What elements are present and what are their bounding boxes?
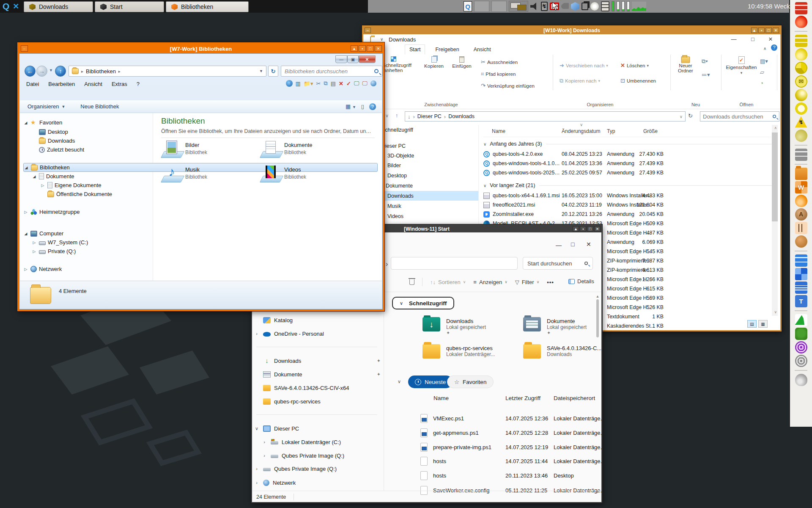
menu-extras[interactable]: Extras bbox=[112, 81, 127, 87]
shade-button[interactable]: ▲ bbox=[351, 45, 358, 52]
menu-?[interactable]: ? bbox=[137, 81, 140, 87]
close-button[interactable]: ✕ bbox=[773, 28, 779, 33]
organize-button[interactable]: Organisieren▼ bbox=[27, 103, 65, 110]
disc-yellow-icon[interactable] bbox=[795, 102, 807, 115]
expander-icon[interactable]: ◢ bbox=[32, 174, 37, 179]
sidebar-item-qubes-private-image-q-[interactable]: ›Qubes Private Image (Q:) bbox=[254, 449, 381, 462]
titlebar[interactable]: [W7-Work] Bibliotheken bbox=[19, 44, 383, 53]
recent-pill[interactable]: Neueste bbox=[408, 375, 453, 388]
tor-gray-icon[interactable] bbox=[795, 355, 807, 367]
column-name[interactable]: Name bbox=[492, 128, 505, 134]
coin-bronze-icon[interactable] bbox=[795, 235, 807, 248]
maximize-icon[interactable]: ▣ bbox=[347, 55, 359, 63]
refresh-button[interactable]: ↻ bbox=[268, 66, 278, 77]
refresh-icon[interactable]: ↻ bbox=[688, 113, 693, 119]
library-item-bilder[interactable]: BilderBibliothek bbox=[162, 141, 182, 158]
column-date[interactable]: Änderungsdatum bbox=[562, 128, 600, 134]
files-gray-icon[interactable] bbox=[795, 149, 807, 161]
menu-bearbeiten[interactable]: Bearbeiten bbox=[48, 81, 75, 87]
sidebar-item-dieser-pc[interactable]: ∨Dieser PC bbox=[254, 422, 381, 435]
thunderbird-yellow-icon[interactable] bbox=[795, 89, 807, 101]
breadcrumb-dieser-pc[interactable]: Dieser PC bbox=[417, 113, 442, 119]
folder-orange-icon[interactable] bbox=[795, 168, 807, 180]
tor-purple-icon[interactable] bbox=[795, 341, 807, 353]
history-dropdown-icon[interactable]: ▼ bbox=[49, 68, 53, 72]
workspace-cell[interactable] bbox=[474, 1, 489, 12]
address-dropdown-icon[interactable]: ▼ bbox=[259, 69, 263, 73]
maximize-button[interactable]: □ bbox=[367, 45, 374, 52]
chevron-icon[interactable]: ∨ bbox=[254, 426, 260, 431]
minimize-left-button[interactable]: – bbox=[365, 28, 371, 33]
address-bar[interactable]: ↓ › Dieser PC › Downloads ∨ bbox=[405, 111, 686, 121]
tree-item-private-q-[interactable]: ▷Private (Q:) bbox=[23, 247, 378, 256]
maximize-button[interactable]: □ bbox=[587, 226, 593, 232]
chrome-yellow-icon[interactable] bbox=[795, 62, 807, 74]
search-box[interactable]: Downloads durchsuchen bbox=[700, 111, 779, 121]
close-icon[interactable]: ✕ bbox=[586, 241, 591, 248]
teams-blue-icon[interactable]: T bbox=[795, 295, 807, 307]
firefox-red-icon[interactable] bbox=[795, 16, 807, 28]
table-row[interactable]: VMExec.ps114.07.2025 12:36Lokaler Datent… bbox=[417, 412, 589, 425]
quick-tile-save-6-4-0-13426-c-[interactable]: SAVe-6.4.0.13426-C...Downloads bbox=[523, 344, 541, 359]
firefox-orange-icon[interactable] bbox=[795, 195, 807, 207]
table-row[interactable]: SaveWorker.exe.config05.11.2022 11:25Lok… bbox=[417, 484, 589, 497]
window-blue-icon[interactable] bbox=[795, 268, 807, 280]
expander-icon[interactable]: ▷ bbox=[32, 249, 37, 254]
check-icon[interactable]: ✓ bbox=[346, 80, 351, 87]
expander-icon[interactable]: ◢ bbox=[23, 232, 28, 236]
table-row[interactable]: ZoomInstaller.exe20.12.2021 13:26Anwendu… bbox=[363, 210, 779, 219]
table-row[interactable]: qubes-windows-tools-20250128.exe25.02.20… bbox=[363, 168, 779, 177]
coin-a-brown-icon[interactable]: A bbox=[795, 208, 807, 221]
expander-icon[interactable]: ▷ bbox=[40, 183, 45, 188]
clipboard-icon[interactable] bbox=[582, 3, 588, 10]
task-button-start[interactable]: Start bbox=[95, 1, 164, 12]
close-button[interactable]: ✕ bbox=[375, 45, 382, 52]
expander-icon[interactable]: ◢ bbox=[23, 121, 28, 125]
views-icon[interactable]: ▦ ▼ bbox=[346, 103, 356, 110]
firefox-gray-icon[interactable] bbox=[795, 374, 807, 386]
qubes-tray-icon[interactable]: Q bbox=[464, 1, 472, 11]
remote-x-icon[interactable]: 🖵 bbox=[362, 80, 368, 87]
sidebar-item-dokumente[interactable]: Dokumente✦ bbox=[254, 368, 381, 381]
chevron-icon[interactable]: › bbox=[261, 439, 267, 444]
close-button[interactable]: ✕ bbox=[594, 226, 601, 232]
table-row[interactable]: prepare-private-img.ps114.07.2025 12:19L… bbox=[417, 441, 589, 453]
word-orange-icon[interactable]: W bbox=[795, 181, 807, 193]
minimize-left-button[interactable]: – bbox=[21, 45, 28, 52]
quick-tile-downloads[interactable]: DownloadsLokal gespeichert✦ bbox=[422, 317, 440, 331]
column-typ[interactable]: Typ bbox=[607, 128, 615, 134]
scroll-down-icon[interactable]: ∨ bbox=[774, 310, 777, 314]
search-box[interactable]: Start durchsuchen bbox=[523, 257, 593, 270]
column-name[interactable]: Name bbox=[433, 395, 449, 401]
view-button[interactable]: ≡Anzeigen∨ bbox=[473, 279, 507, 285]
new-library-button[interactable]: Neue Bibliothek bbox=[80, 103, 119, 110]
forward-button[interactable]: → bbox=[36, 66, 47, 77]
sidebar-item-qubes-rpc-services[interactable]: qubes-rpc-services bbox=[254, 395, 381, 408]
task-button-bibliotheken[interactable]: Bibliotheken bbox=[166, 1, 249, 12]
battery-icon[interactable]: ↯ bbox=[541, 2, 548, 11]
details-button[interactable]: Details bbox=[568, 278, 594, 284]
up-button[interactable]: ↑ bbox=[55, 66, 66, 77]
column-last-access[interactable]: Letzter Zugriff bbox=[505, 395, 540, 401]
help-icon[interactable]: ? bbox=[369, 103, 376, 110]
table-row[interactable]: qubes-tools-4.2.0.exe08.04.2025 13:23Anw… bbox=[363, 149, 779, 159]
clock[interactable]: 10:49:58 Weck bbox=[748, 3, 790, 10]
sidebar-item-netzwerk[interactable]: ›Netzwerk bbox=[254, 476, 381, 489]
minimize-icon[interactable]: — bbox=[335, 55, 347, 63]
paste-icon[interactable]: ▤ bbox=[331, 80, 336, 87]
menu-datei[interactable]: Datei bbox=[26, 81, 39, 87]
column-location[interactable]: Dateispeicherort bbox=[554, 395, 595, 401]
qube-domains-icon[interactable] bbox=[571, 2, 579, 11]
volume-icon[interactable] bbox=[530, 2, 539, 11]
app-menu-icon[interactable]: ✕ bbox=[13, 2, 19, 11]
sidebar-item-katalog[interactable]: Katalog bbox=[254, 314, 381, 326]
tree-item-w7-system-c-[interactable]: ▷W7_System (C:) bbox=[23, 238, 378, 247]
table-row[interactable]: qubes-tools-x64-4.1.69.1.msi16.05.2023 1… bbox=[363, 191, 779, 200]
sidebar-item-lokaler-datentr-ger-c-[interactable]: ›Lokaler Datenträger (C:) bbox=[254, 436, 381, 448]
document-blue-icon[interactable] bbox=[795, 282, 807, 294]
group-chevron-icon[interactable]: ∨ bbox=[483, 142, 486, 146]
files-tray-icon[interactable] bbox=[601, 1, 609, 11]
recent-chevron-icon[interactable]: ∨ bbox=[398, 379, 401, 384]
up-icon[interactable]: ↑ bbox=[395, 112, 398, 119]
firefox-yellow-icon[interactable] bbox=[795, 48, 807, 61]
